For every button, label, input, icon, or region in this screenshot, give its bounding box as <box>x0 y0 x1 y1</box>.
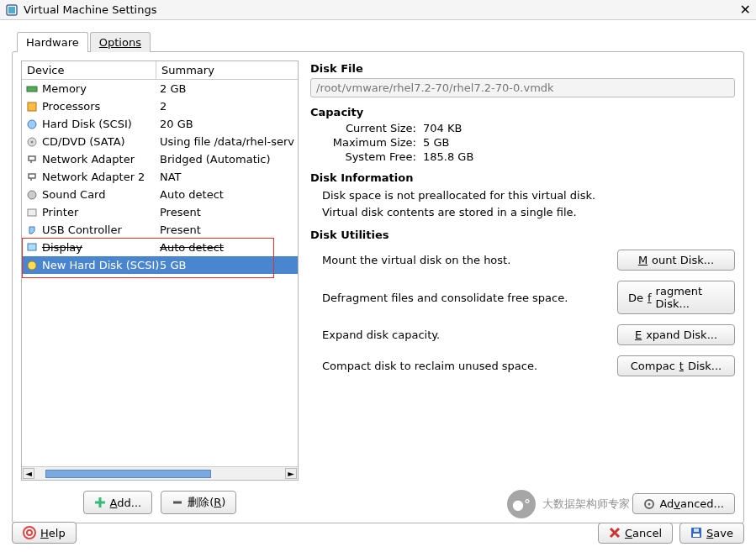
table-row[interactable]: Sound CardAuto detect <box>22 186 298 203</box>
diskfile-input[interactable] <box>310 78 735 97</box>
device-summary: 2 <box>160 100 298 113</box>
device-name: Display <box>42 241 160 254</box>
table-row[interactable]: USB ControllerPresent <box>22 221 298 239</box>
device-summary: 2 GB <box>160 82 298 95</box>
diskinfo-line1: Disk space is not preallocated for this … <box>322 187 735 204</box>
device-icon <box>25 241 39 255</box>
save-icon <box>690 527 702 539</box>
tab-options[interactable]: Options <box>90 32 151 52</box>
device-icon <box>25 259 39 272</box>
cancel-icon <box>609 527 621 539</box>
capacity-label: Capacity <box>310 106 735 118</box>
svg-point-10 <box>28 261 36 270</box>
mount-desc: Mount the virtual disk on the host. <box>322 254 617 266</box>
add-button[interactable]: AAdd...dd... <box>83 491 153 514</box>
svg-point-14 <box>27 530 32 535</box>
minus-icon <box>172 497 183 508</box>
device-summary: Present <box>160 223 298 236</box>
device-name: Sound Card <box>42 188 160 201</box>
device-name: Printer <box>42 206 160 218</box>
device-icon <box>25 135 39 149</box>
help-icon <box>23 526 36 539</box>
device-table: Device Summary Memory2 GBProcessors2Hard… <box>21 60 299 481</box>
table-row[interactable]: Processors2 <box>22 97 298 115</box>
svg-rect-9 <box>28 244 36 250</box>
table-row[interactable]: CD/DVD (SATA)Using file /data/rhel-serv <box>22 133 298 150</box>
svg-point-12 <box>648 502 651 505</box>
current-size-label: Current Size: <box>322 122 423 134</box>
table-row[interactable]: Memory2 GB <box>22 80 298 97</box>
column-device[interactable]: Device <box>22 61 156 79</box>
device-name: CD/DVD (SATA) <box>42 135 160 148</box>
table-row[interactable]: Network Adapter 2NAT <box>22 168 298 186</box>
device-name: USB Controller <box>42 223 160 236</box>
window-title: Virtual Machine Settings <box>24 3 156 16</box>
device-name: Processors <box>42 100 160 113</box>
titlebar: Virtual Machine Settings ✕ <box>0 0 756 20</box>
diskinfo-line2: Virtual disk contents are stored in a si… <box>322 204 735 221</box>
device-icon <box>25 153 39 166</box>
expand-disk-button[interactable]: Expand Disk... <box>617 324 735 345</box>
device-summary: Auto detect <box>160 241 298 254</box>
device-icon <box>25 100 39 113</box>
diskinfo-label: Disk Information <box>310 171 735 184</box>
table-row[interactable]: Network AdapterBridged (Automatic) <box>22 150 298 168</box>
table-row[interactable]: Hard Disk (SCSI)20 GB <box>22 115 298 133</box>
device-name: Network Adapter 2 <box>42 171 160 183</box>
plus-icon <box>94 497 106 508</box>
defrag-desc: Defragment files and consolidate free sp… <box>322 292 617 304</box>
tab-hardware[interactable]: Hardware <box>17 32 88 52</box>
device-name: Hard Disk (SCSI) <box>42 118 160 130</box>
max-size-label: Maximum Size: <box>322 136 423 149</box>
device-summary: Auto detect <box>160 188 298 201</box>
defragment-disk-button[interactable]: Defragment Disk... <box>617 281 735 314</box>
svg-rect-16 <box>693 534 700 537</box>
device-summary: Using file /data/rhel-serv <box>160 135 298 148</box>
device-icon <box>25 188 39 202</box>
table-row[interactable]: New Hard Disk (SCSI)5 GB <box>22 256 298 274</box>
cancel-button[interactable]: Cancel <box>598 523 673 544</box>
device-summary: 20 GB <box>160 118 298 130</box>
device-name: Memory <box>42 82 160 95</box>
device-summary: Present <box>160 206 298 218</box>
mount-disk-button[interactable]: Mount Disk... <box>617 250 735 271</box>
save-button[interactable]: Save <box>679 523 744 544</box>
svg-rect-1 <box>8 7 15 13</box>
max-size-value: 5 GB <box>423 136 490 149</box>
device-icon <box>25 118 39 131</box>
compact-desc: Compact disk to reclaim unused space. <box>322 360 617 372</box>
close-icon[interactable]: ✕ <box>740 2 751 18</box>
help-button[interactable]: Help <box>12 522 77 544</box>
table-row[interactable]: DisplayAuto detect <box>22 239 298 256</box>
device-icon <box>25 82 39 96</box>
gear-icon <box>643 498 655 510</box>
device-summary: Bridged (Automatic) <box>160 153 298 166</box>
advanced-button[interactable]: Advanced... <box>632 493 735 514</box>
app-icon <box>5 3 19 17</box>
device-summary: NAT <box>160 171 298 183</box>
svg-point-4 <box>28 120 36 129</box>
device-icon <box>25 223 39 237</box>
system-free-label: System Free: <box>322 150 423 163</box>
table-row[interactable]: PrinterPresent <box>22 203 298 221</box>
current-size-value: 704 KB <box>423 122 490 134</box>
svg-rect-2 <box>27 87 37 92</box>
remove-button[interactable]: 删除(R) <box>161 491 236 514</box>
column-summary[interactable]: Summary <box>156 61 298 79</box>
horizontal-scrollbar[interactable]: ◄► <box>22 466 298 480</box>
svg-point-7 <box>28 191 36 199</box>
svg-rect-17 <box>694 528 699 532</box>
diskfile-label: Disk File <box>310 62 735 75</box>
svg-rect-8 <box>28 209 36 216</box>
expand-desc: Expand disk capacity. <box>322 329 617 341</box>
device-icon <box>25 171 39 184</box>
system-free-value: 185.8 GB <box>423 150 490 163</box>
svg-rect-3 <box>28 103 36 111</box>
device-icon <box>25 206 39 219</box>
device-summary: 5 GB <box>160 259 298 271</box>
device-name: New Hard Disk (SCSI) <box>42 259 160 271</box>
svg-point-6 <box>31 140 34 143</box>
compact-disk-button[interactable]: Compact Disk... <box>617 355 735 376</box>
utilities-label: Disk Utilities <box>310 229 735 241</box>
device-name: Network Adapter <box>42 153 160 166</box>
